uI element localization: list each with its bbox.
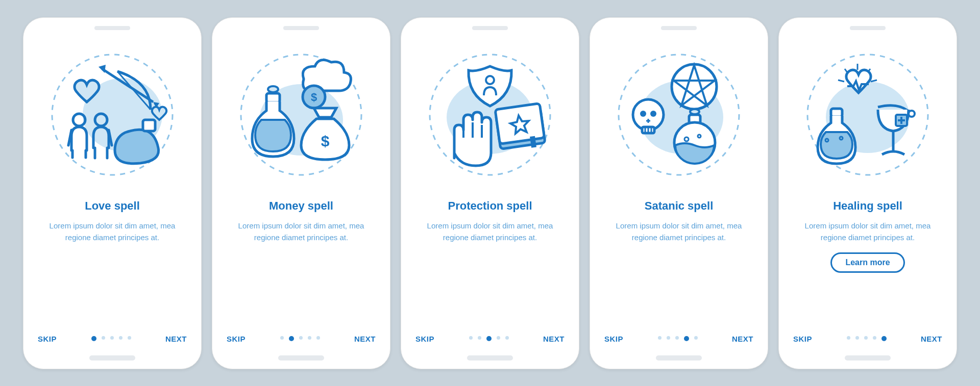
page-dot [881,336,887,341]
phone-home-bar [89,355,135,361]
screen-title: Protection spell [448,199,532,213]
page-dot [289,336,294,341]
onboarding-nav: SKIP NEXT [415,334,565,343]
satanic-spell-icon [612,48,745,181]
screen-title: Healing spell [833,199,902,213]
learn-more-button[interactable]: Learn more [830,252,904,273]
phone-speaker [94,26,130,30]
page-indicator [469,336,509,341]
page-dot [128,336,131,340]
svg-point-26 [633,99,664,130]
svg-point-27 [640,111,646,117]
screen-description: Lorem ipsum dolor sit dim amet, mea regi… [235,220,368,244]
skip-button[interactable]: SKIP [793,334,812,343]
page-dot [864,336,868,340]
skip-button[interactable]: SKIP [415,334,434,343]
page-dot [469,336,473,340]
page-dot [478,336,481,340]
phone-screen-satanic: Satanic spell Lorem ipsum dolor sit dim … [590,17,768,369]
screen-title: Money spell [269,199,333,213]
page-indicator [280,336,320,341]
svg-line-44 [871,80,877,82]
svg-point-34 [690,109,699,114]
screen-title: Satanic spell [645,199,714,213]
onboarding-stage: Love spell Lorem ipsum dolor sit dim ame… [0,0,980,386]
screen-description: Lorem ipsum dolor sit dim amet, mea regi… [801,220,934,244]
screen-description: Lorem ipsum dolor sit dim amet, mea regi… [424,220,556,244]
page-dot [316,336,320,340]
page-dot [308,336,311,340]
page-dot [119,336,122,340]
page-dot [505,336,509,340]
phone-speaker [850,26,886,30]
phone-home-bar [467,355,513,361]
page-dot [694,336,698,340]
svg-point-12 [268,86,278,92]
skip-button[interactable]: SKIP [38,334,57,343]
page-dot [110,336,114,340]
page-indicator [658,336,698,341]
skip-button[interactable]: SKIP [604,334,623,343]
screen-title: Love spell [85,199,140,213]
protection-spell-icon [424,48,556,181]
next-button[interactable]: NEXT [732,334,753,343]
phone-home-bar [845,355,891,361]
page-dot [873,336,876,340]
page-indicator [91,336,131,341]
page-dot [855,336,859,340]
page-dot [684,336,689,341]
svg-point-25 [672,64,717,109]
svg-text:$: $ [311,91,317,104]
svg-rect-21 [495,103,545,144]
phone-screen-healing: Healing spell Lorem ipsum dolor sit dim … [778,17,957,369]
phone-speaker [283,26,319,30]
onboarding-nav: SKIP NEXT [604,334,753,343]
skip-button[interactable]: SKIP [227,334,246,343]
phone-speaker [472,26,508,30]
page-dot [658,336,662,340]
phone-screen-money: $ $ Money spell Lorem ipsum dolor sit di… [212,17,390,369]
svg-line-43 [838,80,844,82]
phone-home-bar [278,355,324,361]
next-button[interactable]: NEXT [921,334,942,343]
svg-rect-6 [143,120,155,131]
onboarding-nav: SKIP NEXT [227,334,376,343]
next-button[interactable]: NEXT [543,334,565,343]
healing-spell-icon [801,48,934,181]
page-dot [667,336,670,340]
money-spell-icon: $ $ [235,48,368,181]
page-dot [675,336,679,340]
svg-point-28 [650,111,656,117]
phone-screen-protection: Protection spell Lorem ipsum dolor sit d… [401,17,579,369]
onboarding-nav: SKIP NEXT [793,334,942,343]
svg-text:$: $ [321,133,330,149]
phone-speaker [661,26,697,30]
svg-rect-11 [266,93,280,102]
next-button[interactable]: NEXT [354,334,376,343]
onboarding-nav: SKIP NEXT [38,334,187,343]
page-dot [280,336,284,340]
page-dot [299,336,303,340]
page-dot [102,336,105,340]
next-button[interactable]: NEXT [165,334,187,343]
phone-home-bar [656,355,702,361]
page-dot [91,336,96,341]
page-dot [847,336,850,340]
love-spell-icon [46,48,179,181]
screen-description: Lorem ipsum dolor sit dim amet, mea regi… [612,220,745,244]
page-dot [497,336,500,340]
page-dot [486,336,492,341]
phone-screen-love: Love spell Lorem ipsum dolor sit dim ame… [23,17,202,369]
page-indicator [847,336,887,341]
screen-description: Lorem ipsum dolor sit dim amet, mea regi… [46,220,179,244]
svg-rect-45 [831,109,842,117]
